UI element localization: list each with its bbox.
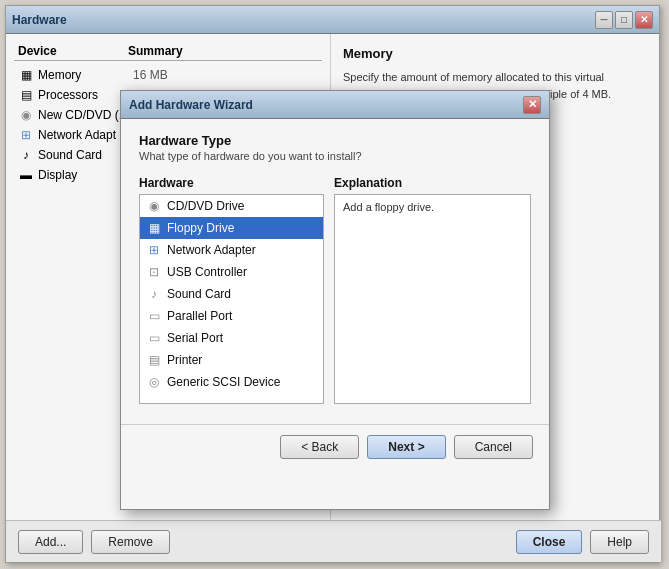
hw-item-label: Generic SCSI Device xyxy=(167,375,280,389)
titlebar-controls: ─ □ ✕ xyxy=(595,11,653,29)
main-titlebar: Hardware ─ □ ✕ xyxy=(6,6,659,34)
explanation-panel: Explanation Add a floppy drive. xyxy=(334,176,531,404)
device-name: Network Adapt xyxy=(38,128,133,142)
hw-item-label: Serial Port xyxy=(167,331,223,345)
dialog-subheading: What type of hardware do you want to ins… xyxy=(139,150,531,162)
hw-item-scsi[interactable]: ◎ Generic SCSI Device xyxy=(140,371,323,393)
col-summary-label: Summary xyxy=(128,44,318,58)
dialog-heading: Hardware Type xyxy=(139,133,531,148)
sound-icon: ♪ xyxy=(18,147,34,163)
memory-icon: ▦ xyxy=(18,67,34,83)
device-table-header: Device Summary xyxy=(14,42,322,61)
device-summary: 16 MB xyxy=(133,68,318,82)
minimize-button[interactable]: ─ xyxy=(595,11,613,29)
explanation-box: Add a floppy drive. xyxy=(334,194,531,404)
hardware-list: ◉ CD/DVD Drive ▦ Floppy Drive ⊞ Network … xyxy=(139,194,324,404)
hardware-list-panel: Hardware ◉ CD/DVD Drive ▦ Floppy Drive ⊞… xyxy=(139,176,324,404)
hw-item-parallel[interactable]: ▭ Parallel Port xyxy=(140,305,323,327)
dialog-close-button[interactable]: ✕ xyxy=(523,96,541,114)
device-name: Memory xyxy=(38,68,133,82)
maximize-button[interactable]: □ xyxy=(615,11,633,29)
dialog-footer: < Back Next > Cancel xyxy=(121,424,549,471)
cpu-icon: ▤ xyxy=(18,87,34,103)
hw-item-label: Sound Card xyxy=(167,287,231,301)
info-panel-title: Memory xyxy=(343,46,647,61)
hw-item-printer[interactable]: ▤ Printer xyxy=(140,349,323,371)
scsi-icon: ◎ xyxy=(146,374,162,390)
network-adapter-icon: ⊞ xyxy=(146,242,162,258)
sound-card-icon: ♪ xyxy=(146,286,162,302)
hw-item-label: Printer xyxy=(167,353,202,367)
cancel-button[interactable]: Cancel xyxy=(454,435,533,459)
dialog-titlebar: Add Hardware Wizard ✕ xyxy=(121,91,549,119)
printer-icon: ▤ xyxy=(146,352,162,368)
hw-item-label: USB Controller xyxy=(167,265,247,279)
floppy-icon: ▦ xyxy=(146,220,162,236)
next-button[interactable]: Next > xyxy=(367,435,445,459)
col-device-label: Device xyxy=(18,44,128,58)
cd-icon: ◉ xyxy=(18,107,34,123)
dialog-columns: Hardware ◉ CD/DVD Drive ▦ Floppy Drive ⊞… xyxy=(139,176,531,404)
close-main-button[interactable]: ✕ xyxy=(635,11,653,29)
network-icon: ⊞ xyxy=(18,127,34,143)
dialog-body: Hardware Type What type of hardware do y… xyxy=(121,119,549,414)
hw-item-label: Floppy Drive xyxy=(167,221,234,235)
display-icon: ▬ xyxy=(18,167,34,183)
hw-item-label: Parallel Port xyxy=(167,309,232,323)
explanation-label: Explanation xyxy=(334,176,531,190)
hw-item-usb[interactable]: ⊡ USB Controller xyxy=(140,261,323,283)
hw-item-label: Network Adapter xyxy=(167,243,256,257)
back-button[interactable]: < Back xyxy=(280,435,359,459)
dialog-title: Add Hardware Wizard xyxy=(129,98,253,112)
hw-item-label: CD/DVD Drive xyxy=(167,199,244,213)
hw-item-cd-dvd[interactable]: ◉ CD/DVD Drive xyxy=(140,195,323,217)
device-name: Processors xyxy=(38,88,133,102)
device-name: New CD/DVD (. xyxy=(38,108,133,122)
device-name: Display xyxy=(38,168,133,182)
hw-item-sound[interactable]: ♪ Sound Card xyxy=(140,283,323,305)
device-row[interactable]: ▦ Memory 16 MB xyxy=(14,65,322,85)
parallel-port-icon: ▭ xyxy=(146,308,162,324)
device-name: Sound Card xyxy=(38,148,133,162)
add-button[interactable]: Add... xyxy=(18,530,83,554)
hw-item-serial[interactable]: ▭ Serial Port xyxy=(140,327,323,349)
close-button[interactable]: Close xyxy=(516,530,583,554)
help-button[interactable]: Help xyxy=(590,530,649,554)
explanation-text: Add a floppy drive. xyxy=(343,201,434,213)
main-window-title: Hardware xyxy=(12,13,67,27)
hw-item-floppy[interactable]: ▦ Floppy Drive xyxy=(140,217,323,239)
add-hardware-dialog: Add Hardware Wizard ✕ Hardware Type What… xyxy=(120,90,550,510)
usb-icon: ⊡ xyxy=(146,264,162,280)
main-bottom-bar: Add... Remove Close Help xyxy=(6,520,661,562)
hardware-list-label: Hardware xyxy=(139,176,324,190)
hw-item-network[interactable]: ⊞ Network Adapter xyxy=(140,239,323,261)
remove-button[interactable]: Remove xyxy=(91,530,170,554)
cd-dvd-icon: ◉ xyxy=(146,198,162,214)
serial-port-icon: ▭ xyxy=(146,330,162,346)
